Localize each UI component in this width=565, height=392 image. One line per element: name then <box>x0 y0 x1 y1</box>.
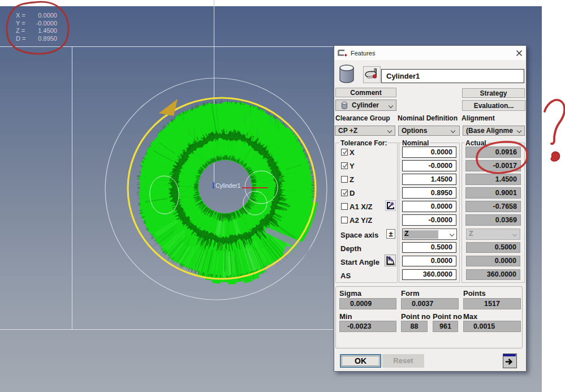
svg-text:Y =: Y = <box>16 20 25 27</box>
svg-text:1.4500: 1.4500 <box>38 27 57 34</box>
svg-text:0.0000: 0.0000 <box>38 12 57 19</box>
svg-text:Cylinder1: Cylinder1 <box>215 182 241 189</box>
svg-text:Z =: Z = <box>16 27 25 34</box>
svg-text:-0.0000: -0.0000 <box>36 20 57 27</box>
svg-text:0.8950: 0.8950 <box>38 35 57 42</box>
svg-text:X =: X = <box>16 12 25 19</box>
svg-text:D =: D = <box>16 35 25 42</box>
